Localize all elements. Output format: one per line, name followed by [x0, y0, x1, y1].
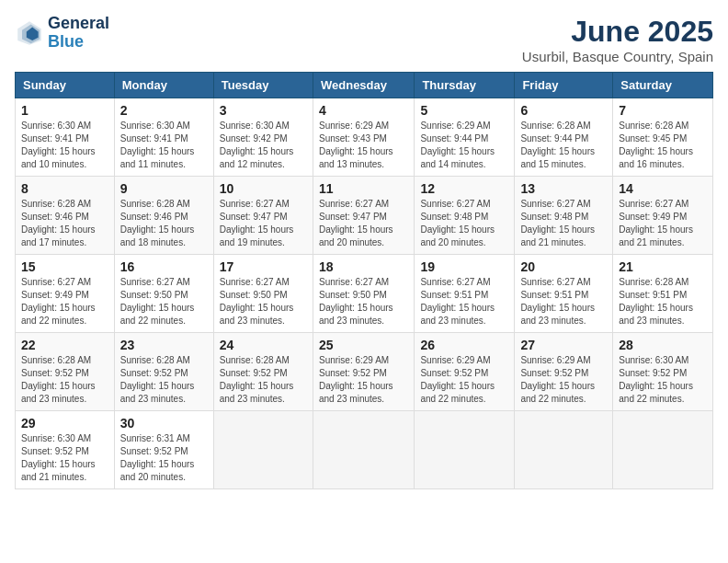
- calendar-cell: 21 Sunrise: 6:28 AM Sunset: 9:51 PM Dayl…: [613, 255, 713, 333]
- calendar-cell: 19 Sunrise: 6:27 AM Sunset: 9:51 PM Dayl…: [415, 255, 515, 333]
- day-number: 26: [420, 338, 508, 352]
- calendar-week-2: 8 Sunrise: 6:28 AM Sunset: 9:46 PM Dayli…: [16, 177, 713, 255]
- day-number: 18: [319, 259, 408, 274]
- day-detail: Sunrise: 6:28 AM Sunset: 9:52 PM Dayligh…: [21, 354, 108, 406]
- calendar-cell: 6 Sunrise: 6:28 AM Sunset: 9:44 PM Dayli…: [515, 98, 613, 177]
- calendar-cell: 22 Sunrise: 6:28 AM Sunset: 9:52 PM Dayl…: [16, 333, 115, 411]
- calendar-week-3: 15 Sunrise: 6:27 AM Sunset: 9:49 PM Dayl…: [16, 255, 713, 333]
- day-number: 20: [520, 259, 607, 274]
- col-header-wednesday: Wednesday: [313, 73, 414, 98]
- calendar-cell: 29 Sunrise: 6:30 AM Sunset: 9:52 PM Dayl…: [16, 411, 115, 489]
- day-number: 27: [520, 338, 607, 352]
- calendar-header-row: SundayMondayTuesdayWednesdayThursdayFrid…: [16, 73, 713, 98]
- calendar-cell: 27 Sunrise: 6:29 AM Sunset: 9:52 PM Dayl…: [515, 333, 613, 411]
- day-detail: Sunrise: 6:30 AM Sunset: 9:52 PM Dayligh…: [619, 354, 707, 406]
- calendar-table: SundayMondayTuesdayWednesdayThursdayFrid…: [15, 72, 713, 489]
- calendar-cell: 2 Sunrise: 6:30 AM Sunset: 9:41 PM Dayli…: [114, 98, 213, 177]
- day-number: 13: [520, 181, 607, 196]
- calendar-cell: [613, 411, 713, 489]
- calendar-cell: 20 Sunrise: 6:27 AM Sunset: 9:51 PM Dayl…: [515, 255, 613, 333]
- day-number: 14: [619, 181, 707, 196]
- day-number: 5: [420, 103, 508, 118]
- day-number: 6: [520, 103, 607, 118]
- calendar-cell: [313, 411, 414, 489]
- day-detail: Sunrise: 6:27 AM Sunset: 9:51 PM Dayligh…: [520, 276, 607, 327]
- calendar-cell: 4 Sunrise: 6:29 AM Sunset: 9:43 PM Dayli…: [313, 98, 414, 177]
- day-detail: Sunrise: 6:27 AM Sunset: 9:50 PM Dayligh…: [220, 276, 307, 327]
- day-number: 17: [220, 259, 307, 274]
- calendar-cell: 26 Sunrise: 6:29 AM Sunset: 9:52 PM Dayl…: [415, 333, 515, 411]
- day-number: 10: [220, 181, 307, 196]
- header: General Blue June 2025 Usurbil, Basque C…: [15, 15, 713, 64]
- day-detail: Sunrise: 6:27 AM Sunset: 9:47 PM Dayligh…: [319, 198, 408, 249]
- calendar-cell: [213, 411, 313, 489]
- day-detail: Sunrise: 6:30 AM Sunset: 9:41 PM Dayligh…: [21, 120, 108, 171]
- day-number: 25: [319, 338, 408, 352]
- calendar-cell: 11 Sunrise: 6:27 AM Sunset: 9:47 PM Dayl…: [313, 177, 414, 255]
- day-detail: Sunrise: 6:30 AM Sunset: 9:52 PM Dayligh…: [21, 432, 108, 484]
- calendar-week-5: 29 Sunrise: 6:30 AM Sunset: 9:52 PM Dayl…: [16, 411, 713, 489]
- day-number: 2: [120, 103, 208, 118]
- day-detail: Sunrise: 6:28 AM Sunset: 9:46 PM Dayligh…: [21, 198, 108, 249]
- day-detail: Sunrise: 6:27 AM Sunset: 9:47 PM Dayligh…: [220, 198, 307, 249]
- location-title: Usurbil, Basque Country, Spain: [522, 49, 713, 64]
- day-detail: Sunrise: 6:28 AM Sunset: 9:52 PM Dayligh…: [120, 354, 208, 406]
- day-number: 3: [220, 103, 307, 118]
- day-number: 1: [21, 103, 108, 118]
- day-number: 15: [21, 259, 108, 274]
- calendar-cell: 14 Sunrise: 6:27 AM Sunset: 9:49 PM Dayl…: [613, 177, 713, 255]
- day-number: 24: [220, 338, 307, 352]
- col-header-thursday: Thursday: [415, 73, 515, 98]
- calendar-cell: 17 Sunrise: 6:27 AM Sunset: 9:50 PM Dayl…: [213, 255, 313, 333]
- day-number: 29: [21, 416, 108, 431]
- calendar-cell: 15 Sunrise: 6:27 AM Sunset: 9:49 PM Dayl…: [16, 255, 115, 333]
- calendar-cell: 24 Sunrise: 6:28 AM Sunset: 9:52 PM Dayl…: [213, 333, 313, 411]
- day-detail: Sunrise: 6:30 AM Sunset: 9:42 PM Dayligh…: [220, 120, 307, 171]
- day-number: 16: [120, 259, 208, 274]
- day-detail: Sunrise: 6:27 AM Sunset: 9:49 PM Dayligh…: [619, 198, 707, 249]
- calendar-cell: [415, 411, 515, 489]
- day-number: 19: [420, 259, 508, 274]
- logo: General Blue: [15, 15, 109, 52]
- day-detail: Sunrise: 6:28 AM Sunset: 9:44 PM Dayligh…: [520, 120, 607, 171]
- col-header-sunday: Sunday: [16, 73, 115, 98]
- calendar-cell: 18 Sunrise: 6:27 AM Sunset: 9:50 PM Dayl…: [313, 255, 414, 333]
- calendar-cell: 9 Sunrise: 6:28 AM Sunset: 9:46 PM Dayli…: [114, 177, 213, 255]
- day-detail: Sunrise: 6:29 AM Sunset: 9:52 PM Dayligh…: [319, 354, 408, 406]
- logo-icon: [15, 18, 44, 48]
- col-header-tuesday: Tuesday: [213, 73, 313, 98]
- day-number: 21: [619, 259, 707, 274]
- calendar-cell: 23 Sunrise: 6:28 AM Sunset: 9:52 PM Dayl…: [114, 333, 213, 411]
- calendar-cell: 1 Sunrise: 6:30 AM Sunset: 9:41 PM Dayli…: [16, 98, 115, 177]
- day-detail: Sunrise: 6:29 AM Sunset: 9:52 PM Dayligh…: [520, 354, 607, 406]
- day-detail: Sunrise: 6:29 AM Sunset: 9:52 PM Dayligh…: [420, 354, 508, 406]
- day-number: 23: [120, 338, 208, 352]
- calendar-cell: 3 Sunrise: 6:30 AM Sunset: 9:42 PM Dayli…: [213, 98, 313, 177]
- day-number: 4: [319, 103, 408, 118]
- calendar-cell: 28 Sunrise: 6:30 AM Sunset: 9:52 PM Dayl…: [613, 333, 713, 411]
- col-header-friday: Friday: [515, 73, 613, 98]
- day-number: 28: [619, 338, 707, 352]
- day-number: 9: [120, 181, 208, 196]
- day-detail: Sunrise: 6:28 AM Sunset: 9:46 PM Dayligh…: [120, 198, 208, 249]
- day-detail: Sunrise: 6:31 AM Sunset: 9:52 PM Dayligh…: [120, 432, 208, 484]
- logo-text: General Blue: [48, 15, 109, 52]
- day-detail: Sunrise: 6:27 AM Sunset: 9:51 PM Dayligh…: [420, 276, 508, 327]
- col-header-monday: Monday: [114, 73, 213, 98]
- day-number: 8: [21, 181, 108, 196]
- calendar-cell: 7 Sunrise: 6:28 AM Sunset: 9:45 PM Dayli…: [613, 98, 713, 177]
- day-detail: Sunrise: 6:28 AM Sunset: 9:45 PM Dayligh…: [619, 120, 707, 171]
- day-number: 22: [21, 338, 108, 352]
- calendar-cell: 10 Sunrise: 6:27 AM Sunset: 9:47 PM Dayl…: [213, 177, 313, 255]
- day-number: 7: [619, 103, 707, 118]
- calendar-cell: [515, 411, 613, 489]
- day-detail: Sunrise: 6:29 AM Sunset: 9:43 PM Dayligh…: [319, 120, 408, 171]
- day-detail: Sunrise: 6:28 AM Sunset: 9:51 PM Dayligh…: [619, 276, 707, 327]
- day-detail: Sunrise: 6:29 AM Sunset: 9:44 PM Dayligh…: [420, 120, 508, 171]
- day-detail: Sunrise: 6:27 AM Sunset: 9:50 PM Dayligh…: [319, 276, 408, 327]
- calendar-cell: 16 Sunrise: 6:27 AM Sunset: 9:50 PM Dayl…: [114, 255, 213, 333]
- day-detail: Sunrise: 6:27 AM Sunset: 9:50 PM Dayligh…: [120, 276, 208, 327]
- day-number: 11: [319, 181, 408, 196]
- calendar-cell: 5 Sunrise: 6:29 AM Sunset: 9:44 PM Dayli…: [415, 98, 515, 177]
- day-number: 30: [120, 416, 208, 431]
